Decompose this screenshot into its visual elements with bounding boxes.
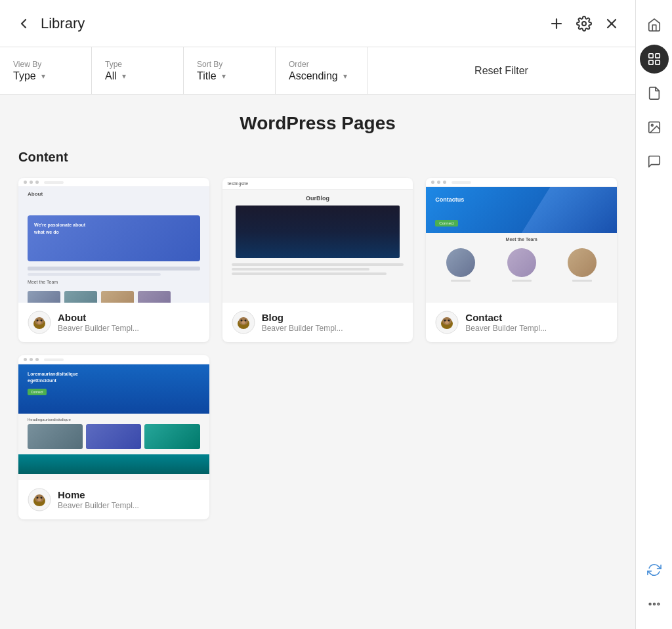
svg-rect-29 — [648, 54, 652, 58]
back-button[interactable] — [16, 16, 32, 32]
header: Library — [0, 0, 635, 47]
svg-point-20 — [444, 320, 446, 322]
thumb-contact-meetteam: Meet the Team — [432, 237, 610, 242]
thumb-topbar-dot2 — [30, 181, 33, 184]
type-value-row: All ▾ — [105, 70, 170, 82]
svg-point-15 — [244, 320, 246, 322]
thumb-contact-btn: Connect — [435, 220, 457, 227]
thumb-topbar-line — [44, 181, 64, 184]
card-blog-thumbnail: testingsite OurBlog — [222, 178, 413, 303]
svg-point-9 — [41, 320, 43, 322]
thumb-home-photo3 — [144, 424, 200, 449]
thumb-about-bg: About We're passionate aboutwhat we do M… — [18, 178, 209, 303]
close-button[interactable] — [604, 16, 620, 32]
svg-point-2 — [582, 22, 586, 26]
thumb-home-bg: Loremauriandisitaliqueegettincidunt Conn… — [18, 355, 209, 480]
thumb-blog-line3 — [232, 272, 387, 275]
thumb-contact-bg: Contactus Connect Meet the Team — [426, 178, 617, 303]
add-button[interactable] — [549, 16, 564, 32]
order-arrow-icon: ▾ — [343, 72, 347, 81]
svg-point-8 — [37, 320, 39, 322]
svg-point-22 — [445, 321, 449, 324]
sidebar-library-button[interactable] — [640, 45, 669, 74]
card-grid-row1: About We're passionate aboutwhat we do M… — [18, 178, 617, 342]
thumb-blog-line1 — [232, 263, 404, 266]
sort-by-value: Title — [197, 70, 217, 82]
thumb-blog-line2 — [232, 268, 369, 271]
card-about-thumbnail: About We're passionate aboutwhat we do M… — [18, 178, 209, 303]
filter-bar: View By Type ▾ Type All ▾ Sort By Title … — [0, 47, 635, 95]
svg-point-21 — [448, 320, 450, 322]
svg-point-28 — [37, 498, 41, 501]
sidebar-sync-button[interactable] — [640, 555, 669, 584]
thumb-about-topbar — [18, 178, 209, 187]
thumb-contact-photo1 — [446, 248, 475, 277]
thumb-blog-bg: testingsite OurBlog — [222, 178, 413, 303]
card-contact-info: Contact Beaver Builder Templ... — [426, 303, 617, 342]
settings-button[interactable] — [576, 16, 592, 32]
thumb-topbar-dot3 — [35, 358, 39, 361]
thumb-home-photo1 — [28, 424, 83, 449]
card-about-name: About — [58, 312, 139, 323]
type-filter[interactable]: Type All ▾ — [92, 47, 184, 94]
sidebar-image-button[interactable] — [640, 113, 669, 142]
card-contact[interactable]: Contactus Connect Meet the Team — [426, 178, 617, 342]
order-value-row: Ascending ▾ — [289, 70, 354, 82]
thumb-home-topbar — [18, 355, 209, 364]
thumb-contact-shape — [522, 187, 617, 233]
sidebar-more-button[interactable] — [640, 590, 669, 618]
sidebar-home-button[interactable] — [640, 11, 669, 39]
card-contact-sub: Beaver Builder Templ... — [465, 324, 547, 333]
card-blog[interactable]: testingsite OurBlog — [222, 178, 413, 342]
view-by-filter[interactable]: View By Type ▾ — [0, 47, 92, 94]
thumb-home-hero-text: Loremauriandisitaliqueegettincidunt — [28, 371, 200, 384]
svg-point-10 — [37, 321, 41, 324]
thumb-contact-person3 — [554, 248, 610, 282]
thumb-home-teal — [18, 454, 209, 474]
svg-point-16 — [242, 321, 245, 324]
thumb-about-photo1 — [28, 291, 60, 303]
view-by-value-row: Type ▾ — [13, 70, 78, 82]
thumb-topbar-dot3 — [443, 181, 446, 184]
sidebar-page-button[interactable] — [640, 79, 669, 108]
beaver-icon-about — [28, 311, 51, 334]
card-home[interactable]: Loremauriandisitaliqueegettincidunt Conn… — [18, 355, 209, 519]
beaver-icon-home — [28, 488, 51, 511]
sort-by-arrow-icon: ▾ — [222, 72, 226, 81]
reset-filter-button[interactable]: Reset Filter — [368, 47, 635, 94]
order-label: Order — [289, 60, 354, 69]
sidebar-comment-button[interactable] — [640, 147, 669, 176]
order-filter[interactable]: Order Ascending ▾ — [276, 47, 368, 94]
thumb-blog-site: testingsite — [228, 181, 249, 186]
card-home-sub: Beaver Builder Templ... — [58, 501, 139, 510]
thumb-topbar-dot3 — [35, 181, 39, 184]
thumb-contact-team — [432, 248, 610, 282]
view-by-value: Type — [13, 70, 36, 82]
card-about[interactable]: About We're passionate aboutwhat we do M… — [18, 178, 209, 342]
thumb-topbar-dot2 — [437, 181, 440, 184]
card-blog-text: Blog Beaver Builder Templ... — [262, 312, 343, 333]
thumb-about-hero: We're passionate aboutwhat we do — [28, 215, 200, 261]
page-title: Library — [41, 15, 549, 32]
thumb-topbar-line — [452, 181, 471, 184]
header-actions — [549, 16, 620, 32]
thumb-blog-header: testingsite — [222, 178, 413, 190]
right-sidebar — [635, 0, 672, 629]
svg-point-26 — [37, 497, 39, 499]
type-arrow-icon: ▾ — [122, 72, 126, 81]
thumb-about-photo2 — [64, 291, 97, 303]
card-blog-name: Blog — [262, 312, 343, 323]
card-home-info: Home Beaver Builder Templ... — [18, 480, 209, 519]
thumb-home-photo2 — [86, 424, 141, 449]
sort-by-filter[interactable]: Sort By Title ▾ — [184, 47, 276, 94]
thumb-about-text2 — [28, 273, 161, 276]
card-blog-info: Blog Beaver Builder Templ... — [222, 303, 413, 342]
type-value: All — [105, 70, 117, 82]
page-heading: WordPress Pages — [18, 95, 617, 150]
view-by-label: View By — [13, 60, 78, 69]
thumb-blog-title: OurBlog — [222, 195, 413, 202]
thumb-topbar-dot1 — [24, 181, 27, 184]
card-about-info: About Beaver Builder Templ... — [18, 303, 209, 342]
thumb-topbar-dot1 — [431, 181, 434, 184]
thumb-topbar-dot2 — [30, 358, 33, 361]
